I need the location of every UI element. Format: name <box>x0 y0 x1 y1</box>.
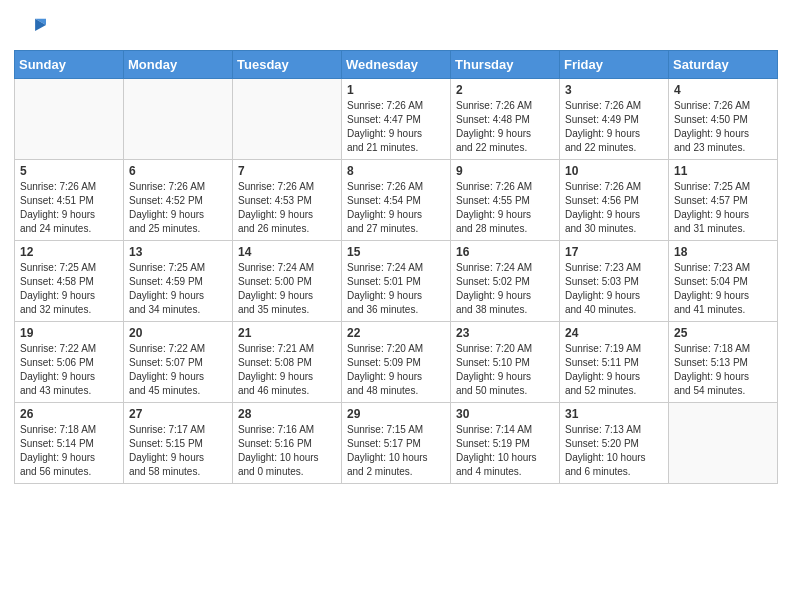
day-info: Sunrise: 7:25 AM Sunset: 4:59 PM Dayligh… <box>129 261 227 317</box>
calendar-header: SundayMondayTuesdayWednesdayThursdayFrid… <box>15 51 778 79</box>
day-number: 31 <box>565 407 663 421</box>
calendar-cell: 18Sunrise: 7:23 AM Sunset: 5:04 PM Dayli… <box>669 241 778 322</box>
logo <box>18 14 50 42</box>
calendar-cell: 10Sunrise: 7:26 AM Sunset: 4:56 PM Dayli… <box>560 160 669 241</box>
calendar-cell: 20Sunrise: 7:22 AM Sunset: 5:07 PM Dayli… <box>124 322 233 403</box>
day-number: 12 <box>20 245 118 259</box>
day-number: 6 <box>129 164 227 178</box>
calendar-week-row: 26Sunrise: 7:18 AM Sunset: 5:14 PM Dayli… <box>15 403 778 484</box>
day-info: Sunrise: 7:25 AM Sunset: 4:58 PM Dayligh… <box>20 261 118 317</box>
calendar-cell <box>124 79 233 160</box>
calendar-cell: 12Sunrise: 7:25 AM Sunset: 4:58 PM Dayli… <box>15 241 124 322</box>
calendar-cell: 14Sunrise: 7:24 AM Sunset: 5:00 PM Dayli… <box>233 241 342 322</box>
day-info: Sunrise: 7:16 AM Sunset: 5:16 PM Dayligh… <box>238 423 336 479</box>
day-number: 30 <box>456 407 554 421</box>
day-number: 27 <box>129 407 227 421</box>
calendar-cell: 23Sunrise: 7:20 AM Sunset: 5:10 PM Dayli… <box>451 322 560 403</box>
calendar-cell: 11Sunrise: 7:25 AM Sunset: 4:57 PM Dayli… <box>669 160 778 241</box>
calendar-cell: 19Sunrise: 7:22 AM Sunset: 5:06 PM Dayli… <box>15 322 124 403</box>
calendar-cell: 16Sunrise: 7:24 AM Sunset: 5:02 PM Dayli… <box>451 241 560 322</box>
day-info: Sunrise: 7:21 AM Sunset: 5:08 PM Dayligh… <box>238 342 336 398</box>
weekday-header: Sunday <box>15 51 124 79</box>
calendar-cell <box>233 79 342 160</box>
day-info: Sunrise: 7:26 AM Sunset: 4:56 PM Dayligh… <box>565 180 663 236</box>
day-number: 2 <box>456 83 554 97</box>
day-info: Sunrise: 7:24 AM Sunset: 5:01 PM Dayligh… <box>347 261 445 317</box>
logo-icon <box>18 14 46 42</box>
calendar-cell: 30Sunrise: 7:14 AM Sunset: 5:19 PM Dayli… <box>451 403 560 484</box>
day-number: 19 <box>20 326 118 340</box>
calendar-cell: 7Sunrise: 7:26 AM Sunset: 4:53 PM Daylig… <box>233 160 342 241</box>
day-info: Sunrise: 7:26 AM Sunset: 4:55 PM Dayligh… <box>456 180 554 236</box>
day-info: Sunrise: 7:15 AM Sunset: 5:17 PM Dayligh… <box>347 423 445 479</box>
calendar-cell: 28Sunrise: 7:16 AM Sunset: 5:16 PM Dayli… <box>233 403 342 484</box>
calendar-cell: 17Sunrise: 7:23 AM Sunset: 5:03 PM Dayli… <box>560 241 669 322</box>
day-number: 24 <box>565 326 663 340</box>
calendar-cell: 15Sunrise: 7:24 AM Sunset: 5:01 PM Dayli… <box>342 241 451 322</box>
calendar-cell: 29Sunrise: 7:15 AM Sunset: 5:17 PM Dayli… <box>342 403 451 484</box>
day-number: 4 <box>674 83 772 97</box>
weekday-row: SundayMondayTuesdayWednesdayThursdayFrid… <box>15 51 778 79</box>
day-number: 10 <box>565 164 663 178</box>
day-info: Sunrise: 7:22 AM Sunset: 5:07 PM Dayligh… <box>129 342 227 398</box>
day-number: 3 <box>565 83 663 97</box>
day-number: 8 <box>347 164 445 178</box>
day-info: Sunrise: 7:20 AM Sunset: 5:09 PM Dayligh… <box>347 342 445 398</box>
calendar-week-row: 1Sunrise: 7:26 AM Sunset: 4:47 PM Daylig… <box>15 79 778 160</box>
calendar-cell: 13Sunrise: 7:25 AM Sunset: 4:59 PM Dayli… <box>124 241 233 322</box>
calendar-cell: 4Sunrise: 7:26 AM Sunset: 4:50 PM Daylig… <box>669 79 778 160</box>
page: SundayMondayTuesdayWednesdayThursdayFrid… <box>0 0 792 498</box>
weekday-header: Saturday <box>669 51 778 79</box>
day-info: Sunrise: 7:24 AM Sunset: 5:00 PM Dayligh… <box>238 261 336 317</box>
day-info: Sunrise: 7:26 AM Sunset: 4:53 PM Dayligh… <box>238 180 336 236</box>
day-info: Sunrise: 7:13 AM Sunset: 5:20 PM Dayligh… <box>565 423 663 479</box>
calendar-cell: 26Sunrise: 7:18 AM Sunset: 5:14 PM Dayli… <box>15 403 124 484</box>
calendar-cell: 3Sunrise: 7:26 AM Sunset: 4:49 PM Daylig… <box>560 79 669 160</box>
calendar-cell: 25Sunrise: 7:18 AM Sunset: 5:13 PM Dayli… <box>669 322 778 403</box>
day-number: 1 <box>347 83 445 97</box>
day-number: 15 <box>347 245 445 259</box>
calendar-body: 1Sunrise: 7:26 AM Sunset: 4:47 PM Daylig… <box>15 79 778 484</box>
day-info: Sunrise: 7:22 AM Sunset: 5:06 PM Dayligh… <box>20 342 118 398</box>
calendar-week-row: 19Sunrise: 7:22 AM Sunset: 5:06 PM Dayli… <box>15 322 778 403</box>
calendar-wrapper: SundayMondayTuesdayWednesdayThursdayFrid… <box>0 50 792 498</box>
calendar-cell: 2Sunrise: 7:26 AM Sunset: 4:48 PM Daylig… <box>451 79 560 160</box>
day-info: Sunrise: 7:18 AM Sunset: 5:14 PM Dayligh… <box>20 423 118 479</box>
day-number: 16 <box>456 245 554 259</box>
day-info: Sunrise: 7:23 AM Sunset: 5:03 PM Dayligh… <box>565 261 663 317</box>
calendar-week-row: 5Sunrise: 7:26 AM Sunset: 4:51 PM Daylig… <box>15 160 778 241</box>
day-info: Sunrise: 7:26 AM Sunset: 4:49 PM Dayligh… <box>565 99 663 155</box>
calendar-cell: 22Sunrise: 7:20 AM Sunset: 5:09 PM Dayli… <box>342 322 451 403</box>
day-info: Sunrise: 7:26 AM Sunset: 4:47 PM Dayligh… <box>347 99 445 155</box>
day-number: 20 <box>129 326 227 340</box>
calendar-cell: 27Sunrise: 7:17 AM Sunset: 5:15 PM Dayli… <box>124 403 233 484</box>
calendar-cell: 5Sunrise: 7:26 AM Sunset: 4:51 PM Daylig… <box>15 160 124 241</box>
day-number: 28 <box>238 407 336 421</box>
day-info: Sunrise: 7:23 AM Sunset: 5:04 PM Dayligh… <box>674 261 772 317</box>
day-info: Sunrise: 7:19 AM Sunset: 5:11 PM Dayligh… <box>565 342 663 398</box>
weekday-header: Wednesday <box>342 51 451 79</box>
day-number: 5 <box>20 164 118 178</box>
weekday-header: Thursday <box>451 51 560 79</box>
weekday-header: Monday <box>124 51 233 79</box>
day-number: 21 <box>238 326 336 340</box>
calendar-cell: 1Sunrise: 7:26 AM Sunset: 4:47 PM Daylig… <box>342 79 451 160</box>
weekday-header: Friday <box>560 51 669 79</box>
day-info: Sunrise: 7:26 AM Sunset: 4:48 PM Dayligh… <box>456 99 554 155</box>
weekday-header: Tuesday <box>233 51 342 79</box>
day-info: Sunrise: 7:17 AM Sunset: 5:15 PM Dayligh… <box>129 423 227 479</box>
day-info: Sunrise: 7:18 AM Sunset: 5:13 PM Dayligh… <box>674 342 772 398</box>
day-number: 14 <box>238 245 336 259</box>
day-info: Sunrise: 7:24 AM Sunset: 5:02 PM Dayligh… <box>456 261 554 317</box>
day-info: Sunrise: 7:26 AM Sunset: 4:51 PM Dayligh… <box>20 180 118 236</box>
day-info: Sunrise: 7:25 AM Sunset: 4:57 PM Dayligh… <box>674 180 772 236</box>
day-number: 26 <box>20 407 118 421</box>
day-number: 9 <box>456 164 554 178</box>
day-number: 23 <box>456 326 554 340</box>
day-info: Sunrise: 7:26 AM Sunset: 4:50 PM Dayligh… <box>674 99 772 155</box>
day-number: 7 <box>238 164 336 178</box>
day-info: Sunrise: 7:14 AM Sunset: 5:19 PM Dayligh… <box>456 423 554 479</box>
day-number: 18 <box>674 245 772 259</box>
calendar-cell: 31Sunrise: 7:13 AM Sunset: 5:20 PM Dayli… <box>560 403 669 484</box>
calendar-cell: 9Sunrise: 7:26 AM Sunset: 4:55 PM Daylig… <box>451 160 560 241</box>
